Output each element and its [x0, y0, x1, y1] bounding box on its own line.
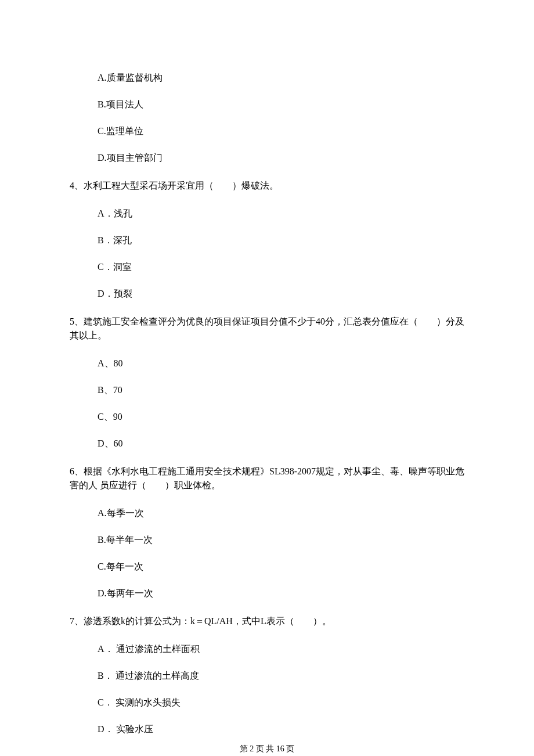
q6-option-c: C.每年一次 — [70, 560, 464, 574]
q5-option-a: A、80 — [70, 357, 464, 370]
q5-text: 5、建筑施工安全检查评分为优良的项目保证项目分值不少于40分，汇总表分值应在（ … — [70, 315, 464, 343]
document-page: A.质量监督机构 B.项目法人 C.监理单位 D.项目主管部门 4、水利工程大型… — [0, 0, 534, 756]
q4-option-a: A．浅孔 — [70, 207, 464, 221]
q3-option-b: B.项目法人 — [70, 98, 464, 111]
q5-option-c: C、90 — [70, 410, 464, 424]
q3-option-c: C.监理单位 — [70, 124, 464, 138]
q6-option-b: B.每半年一次 — [70, 533, 464, 547]
q6-text: 6、根据《水利水电工程施工通用安全技术规程》SL398-2007规定，对从事尘、… — [70, 465, 464, 492]
q5-option-d: D、60 — [70, 437, 464, 451]
q5-option-b: B、70 — [70, 383, 464, 397]
page-footer: 第 2 页 共 16 页 — [0, 743, 534, 755]
q6-option-d: D.每两年一次 — [70, 586, 464, 600]
q7-text: 7、渗透系数k的计算公式为：k＝QL/AH，式中L表示（ ）。 — [70, 614, 464, 628]
q7-option-b: B． 通过渗流的土样高度 — [70, 669, 464, 683]
q3-option-a: A.质量监督机构 — [70, 71, 464, 85]
q7-option-d: D． 实验水压 — [70, 722, 464, 736]
q4-option-d: D．预裂 — [70, 287, 464, 301]
q3-option-d: D.项目主管部门 — [70, 151, 464, 165]
q4-text: 4、水利工程大型采石场开采宜用（ ）爆破法。 — [70, 179, 464, 193]
q7-option-c: C． 实测的水头损失 — [70, 696, 464, 710]
q4-option-b: B．深孔 — [70, 233, 464, 247]
q4-option-c: C．洞室 — [70, 260, 464, 274]
q6-option-a: A.每季一次 — [70, 506, 464, 520]
q7-option-a: A． 通过渗流的土样面积 — [70, 642, 464, 656]
